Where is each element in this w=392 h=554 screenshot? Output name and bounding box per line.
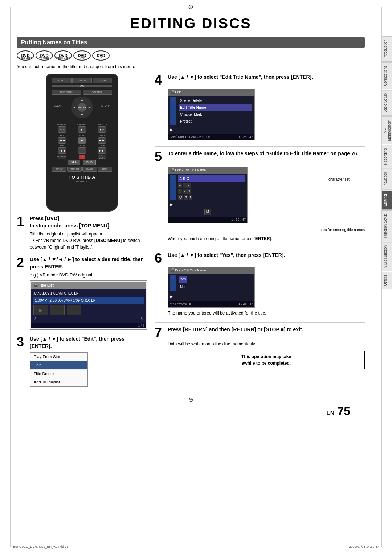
sidebar-tab-playback[interactable]: Playback [382, 169, 392, 190]
step-7-body: Data will be written onto the disc momen… [168, 341, 365, 369]
char-row-symbols: @ ? ! [178, 195, 245, 201]
up-arrow[interactable]: ▲ [80, 98, 84, 102]
right-arrow[interactable]: ► [88, 106, 91, 110]
step-3-body: Play From Start Edit Title Delete Add To… [30, 352, 147, 387]
rev-button[interactable]: ◄◄ [58, 126, 66, 133]
display-button[interactable]: DISPLAY [72, 78, 92, 83]
return-label: RETURN [100, 104, 110, 107]
dvd-button[interactable]: DVD [83, 160, 96, 165]
clear-label: CLEAR [54, 104, 62, 107]
screen-body-titlelist: JAN/ 1/09 1:00AM CH10 LP 1:00AM (2:00:00… [31, 289, 146, 323]
step-6: 6 Use [▲ / ▼] to select "Yes", then pres… [155, 252, 365, 316]
screen-footer-titlelist: 1 / 2 [31, 323, 146, 329]
char-input-row: M [170, 209, 245, 215]
divider-6-7 [155, 322, 365, 323]
stop-button[interactable]: ■ [78, 137, 86, 144]
edit-screen-footer: JAN/ 1/09 1:00AM CH10 LP 1 : 25 : 47 [168, 134, 254, 140]
edit-number-badge: 1 [170, 97, 176, 125]
step-4: 4 Use [▲ / ▼] to select "Edit Title Name… [155, 74, 365, 140]
two-col-layout: SETUP DISPLAY AUDIO CD DISC MENU [17, 74, 365, 393]
sidebar-tab-others[interactable]: Others [382, 272, 392, 289]
char-number-badge: 1 [170, 175, 176, 201]
zoom-button[interactable]: ZOOM [98, 167, 112, 172]
step-5-number: 5 [155, 150, 165, 163]
skip-prev-button[interactable]: |◄◄ [58, 137, 66, 144]
step-6-number: 6 [155, 252, 165, 265]
timer-set-button[interactable]: TIMER SET [67, 167, 82, 172]
sidebar-tab-function-setup[interactable]: Function Setup [382, 210, 392, 241]
char-set-annotation: character set [328, 176, 365, 182]
page-number-area: EN 75 [17, 405, 350, 418]
next-chapter-button[interactable]: ►►| [98, 147, 106, 154]
area-annotation: area for entering title names [168, 227, 365, 233]
search-button[interactable]: SEARCH [82, 167, 97, 172]
menu-title-delete: Title Delete [30, 370, 87, 378]
sidebar-tab-basic-setup[interactable]: Basic Setup [382, 90, 392, 116]
step-2-screen: 🎬 Title List JAN/ 1/09 1:00AM CH10 LP 1:… [30, 280, 147, 330]
enter-button[interactable]: ENTER [78, 103, 86, 112]
direction-pad[interactable]: ▲ ▼ ◄ ► ENTER [71, 97, 93, 118]
prev-chapter-button[interactable]: |◄◄ [58, 147, 66, 154]
sidebar-tab-management[interactable]: DiscManagement [382, 116, 392, 144]
right-col: 4 Use [▲ / ▼] to select "Edit Title Name… [155, 74, 365, 393]
step-4-screen: 🎬 Edit 1 Scene Delete Edit Title Name Ch… [168, 89, 255, 140]
sidebar-tab-introduction[interactable]: Introduction [382, 36, 392, 62]
remote-brand: TOSHIBA [52, 175, 112, 180]
dvd-badge-video: DVD VIDEO MODE [17, 50, 34, 61]
dvd-badge-vr: DVD VR MODE [36, 50, 53, 61]
step-5-screen: 🎬 Edit - Edit Title Name 1 A B C [168, 167, 248, 223]
edit-title-name-body: 1 A B C a b [168, 174, 247, 217]
step-2-body: e.g.) VR mode DVD-RW original 🎬 Title Li… [30, 272, 147, 330]
play-button[interactable]: ► [78, 126, 86, 133]
pause-button[interactable]: ‖ [78, 147, 86, 154]
step-7: 7 Press [RETURN] and then [RETURN] or [S… [155, 326, 365, 369]
sidebar-tab-editing[interactable]: Editing [382, 191, 392, 210]
step-5-title: To enter a title name, follow the steps … [168, 150, 365, 157]
sidebar-tab-recording[interactable]: Recording [382, 145, 392, 168]
dvd-badge-video2: DVD VIDEO MODE [54, 50, 72, 61]
step-5-after-text: When you finish entering a title name, p… [168, 235, 365, 242]
remote-model: SE-R0297 [52, 180, 112, 183]
yesno-body: 1 Yes No ▶ [168, 274, 254, 301]
thumb-1: ▶ [33, 305, 48, 315]
repeat-button[interactable]: REPEAT [52, 167, 66, 172]
notice-box: This operation may takeawhile to be comp… [168, 351, 365, 369]
dvd-badge-rw: DVD +RW [73, 50, 91, 61]
step-7-number: 7 [155, 326, 165, 339]
step-1-number: 1 [17, 215, 27, 228]
step-5-body: 🎬 Edit - Edit Title Name 1 A B C [168, 165, 365, 242]
left-arrow[interactable]: ◄ [73, 106, 76, 110]
section-header: Putting Names on Titles [17, 37, 365, 48]
thumb-3 [67, 305, 81, 315]
fwd-button[interactable]: ►► [98, 126, 106, 133]
edit-title-name-item: Edit Title Name [179, 104, 252, 111]
disc-menu-button[interactable]: DISC MENU [52, 90, 81, 95]
step-2-number: 2 [17, 256, 27, 269]
edit-screen-body: 1 Scene Delete Edit Title Name Chapter M… [168, 96, 254, 134]
char-row-abc: A B C [178, 175, 245, 182]
sidebar-tab-connections[interactable]: Connections [382, 62, 392, 89]
vcr-button[interactable]: VCR [68, 160, 80, 165]
char-screen-footer: 1 : 25 : 47 [168, 217, 247, 223]
setup-button[interactable]: SETUP [52, 78, 72, 83]
step-2: 2 Use [▲ / ▼/◄ / ►] to select a desired … [17, 256, 147, 330]
down-arrow[interactable]: ▼ [80, 113, 84, 117]
screen-header-titlelist: 🎬 Title List [31, 282, 146, 289]
step-6-title: Use [▲ / ▼] to select "Yes", then press … [168, 252, 365, 259]
rec-button[interactable]: ● [79, 155, 85, 159]
scene-delete-item: Scene Delete [179, 97, 252, 104]
rec-mode-button[interactable]: REC MODE [98, 155, 106, 159]
reg-mark-top: ⊕ [17, 0, 365, 12]
screen-highlighted-row: 1:00AM (2:00:00) JAN/ 1/09 CH10 LP [33, 297, 144, 304]
skip-next-button[interactable]: ►►| [98, 137, 106, 144]
audio-button[interactable]: AUDIO [93, 78, 112, 83]
page-footer: E9PG0CD_DVR7KC2_EN_v1.indd 75 2009/07/23… [13, 545, 379, 549]
top-menu-button[interactable]: TOP MENU [83, 90, 112, 95]
dubbing-button[interactable]: DUBBING [58, 155, 66, 159]
step-5: 5 To enter a title name, follow the step… [155, 150, 365, 242]
step-1: 1 Press [DVD]. In stop mode, press [TOP … [17, 215, 147, 250]
protect-item: Protect [179, 118, 252, 125]
step-1-body: Title list, original or playlist will ap… [30, 231, 147, 250]
sidebar-tab-vcr-function[interactable]: VCR Function [382, 242, 392, 271]
screen-thumb-row: ▶ [33, 305, 144, 315]
